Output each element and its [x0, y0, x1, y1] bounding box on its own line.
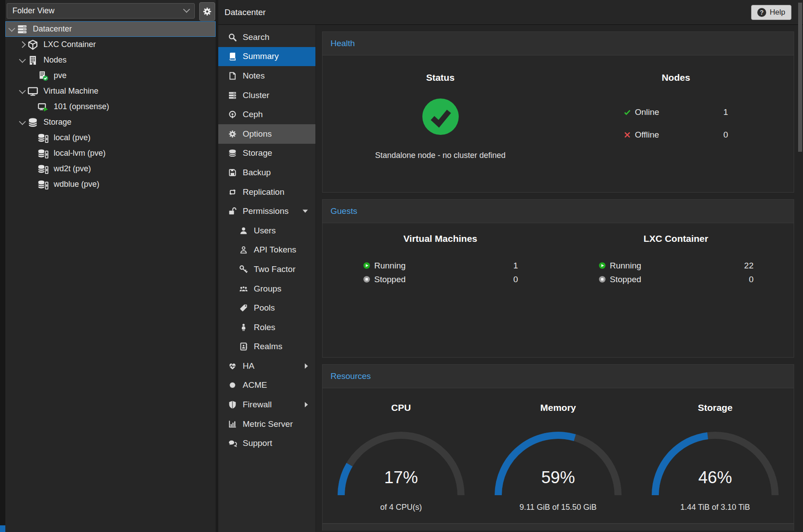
menu-item-label: ACME	[243, 380, 267, 390]
stat-row-offline: Offline0	[624, 127, 728, 142]
menu-item-two-factor[interactable]: Two Factor	[218, 260, 315, 279]
storage-icon	[38, 164, 48, 174]
menu-item-support[interactable]: Support	[218, 433, 315, 453]
tree-settings-button[interactable]	[199, 2, 215, 21]
stop-circle-icon	[598, 276, 606, 283]
cluster-status-message: Standalone node - no cluster defined	[375, 151, 505, 160]
menu-item-ceph[interactable]: Ceph	[218, 105, 315, 124]
guests-section-header: Guests	[323, 200, 794, 223]
gauge-memory: Memory59%9.11 GiB of 15.50 GiB	[480, 388, 637, 523]
menu-item-label: Roles	[254, 323, 276, 332]
check-icon	[624, 109, 631, 116]
submenu-collapsed-arrow-icon	[305, 363, 308, 369]
menu-item-replication[interactable]: Replication	[218, 182, 315, 202]
expanded-caret-icon[interactable]	[8, 27, 15, 32]
expanded-caret-icon[interactable]	[19, 58, 26, 63]
menu-item-realms[interactable]: Realms	[218, 337, 315, 357]
person-icon	[239, 323, 248, 332]
menu-item-users[interactable]: Users	[218, 221, 315, 240]
menu-item-pools[interactable]: Pools	[218, 298, 315, 318]
storage-icon	[38, 148, 48, 159]
menu-item-label: Summary	[243, 51, 279, 61]
menu-item-backup[interactable]: Backup	[218, 163, 315, 182]
tree-item-wd2t-pve[interactable]: wd2t (pve)	[5, 161, 216, 177]
menu-item-label: Firewall	[243, 400, 272, 410]
gauge-subtitle: 9.11 GiB of 15.50 GiB	[520, 503, 597, 512]
ceph-icon	[228, 110, 237, 119]
stat-row-stopped: Stopped0	[363, 272, 518, 286]
stat-label: Online	[635, 107, 659, 117]
heartbeat-icon	[228, 362, 237, 370]
menu-item-ha[interactable]: HA	[218, 356, 315, 376]
check-circle-icon	[422, 99, 459, 135]
tree-item-local-pve[interactable]: local (pve)	[5, 130, 216, 146]
gauge-cpu: CPU17%of 4 CPU(s)	[323, 388, 480, 523]
chart-icon	[228, 420, 237, 429]
tree-item-virtual-machine[interactable]: Virtual Machine	[5, 83, 216, 99]
stat-label: Stopped	[610, 275, 642, 284]
resource-tree: DatacenterLXC ContainerNodespveVirtual M…	[5, 21, 216, 192]
menu-item-groups[interactable]: Groups	[218, 279, 315, 299]
menu-item-permissions[interactable]: Permissions	[218, 201, 315, 221]
gauge-percent-label: 59%	[494, 468, 622, 487]
menu-item-label: Storage	[243, 148, 272, 158]
menu-item-api-tokens[interactable]: API Tokens	[218, 240, 315, 260]
cluster-icon	[228, 91, 237, 100]
tree-item-datacenter[interactable]: Datacenter	[5, 21, 216, 37]
address-book-icon	[239, 342, 248, 351]
expanded-caret-icon[interactable]	[19, 120, 26, 125]
groups-icon	[239, 284, 248, 293]
tree-item-pve[interactable]: pve	[5, 68, 216, 83]
tree-item-label: local-lvm (pve)	[54, 149, 106, 158]
tree-item-lxc-container[interactable]: LXC Container	[5, 37, 216, 52]
menu-item-summary[interactable]: Summary	[218, 47, 315, 67]
menu-item-storage[interactable]: Storage	[218, 144, 315, 163]
stat-value: 0	[749, 275, 754, 284]
help-button-label: Help	[770, 8, 785, 17]
tree-item-local-lvm-pve[interactable]: local-lvm (pve)	[5, 146, 216, 161]
building-icon	[28, 55, 38, 66]
gauge-subtitle: of 4 CPU(s)	[380, 503, 422, 512]
menu-item-acme[interactable]: ACME	[218, 376, 315, 395]
tree-item-storage[interactable]: Storage	[5, 114, 216, 130]
stop-circle-icon	[363, 276, 370, 283]
menu-item-cluster[interactable]: Cluster	[218, 86, 315, 105]
menu-item-firewall[interactable]: Firewall	[218, 395, 315, 414]
collapsed-caret-icon[interactable]	[19, 42, 26, 47]
next-section-header-partial	[322, 524, 794, 531]
stat-value: 0	[513, 275, 518, 284]
node-online-icon	[38, 71, 48, 81]
stat-label: Offline	[635, 130, 659, 140]
gauge-chart: 46%	[651, 431, 779, 500]
view-mode-select[interactable]: Folder View	[7, 3, 195, 19]
menu-item-options[interactable]: Options	[218, 124, 315, 144]
top-bar: Datacenter ? Help	[218, 0, 803, 25]
menu-item-notes[interactable]: Notes	[218, 66, 315, 86]
submenu-expanded-arrow-icon	[303, 210, 308, 213]
stat-value: 1	[513, 261, 518, 271]
tree-item-label: wd2t (pve)	[54, 164, 91, 173]
chevron-down-icon	[183, 6, 190, 13]
help-button[interactable]: ? Help	[751, 5, 791, 20]
menu-item-metric-server[interactable]: Metric Server	[218, 414, 315, 434]
menu-item-label: HA	[243, 361, 254, 371]
stat-row-online: Online1	[624, 105, 728, 120]
submenu-collapsed-arrow-icon	[305, 402, 308, 407]
tree-item-label: pve	[54, 71, 67, 80]
tree-item-label: Virtual Machine	[43, 87, 98, 96]
tree-item-101-opnsense[interactable]: 101 (opnsense)	[5, 99, 216, 114]
stat-row-running: Running22	[598, 259, 754, 272]
expanded-caret-icon[interactable]	[19, 89, 26, 94]
tree-item-label: Datacenter	[33, 24, 72, 34]
guest-status-rows: Running22Stopped0	[598, 259, 754, 286]
tree-item-wdblue-pve[interactable]: wdblue (pve)	[5, 177, 216, 192]
scrollbar-thumb[interactable]	[798, 3, 802, 152]
health-section-header: Health	[323, 32, 794, 55]
health-section: Health Status Standalone node - no clust…	[322, 32, 794, 193]
menu-item-roles[interactable]: Roles	[218, 318, 315, 337]
floppy-icon	[228, 168, 237, 177]
tree-item-nodes[interactable]: Nodes	[5, 52, 216, 68]
resources-section: Resources CPU17%of 4 CPU(s)Memory59%9.11…	[322, 364, 794, 524]
menu-item-search[interactable]: Search	[218, 28, 315, 47]
guest-status-rows: Running1Stopped0	[363, 259, 518, 286]
